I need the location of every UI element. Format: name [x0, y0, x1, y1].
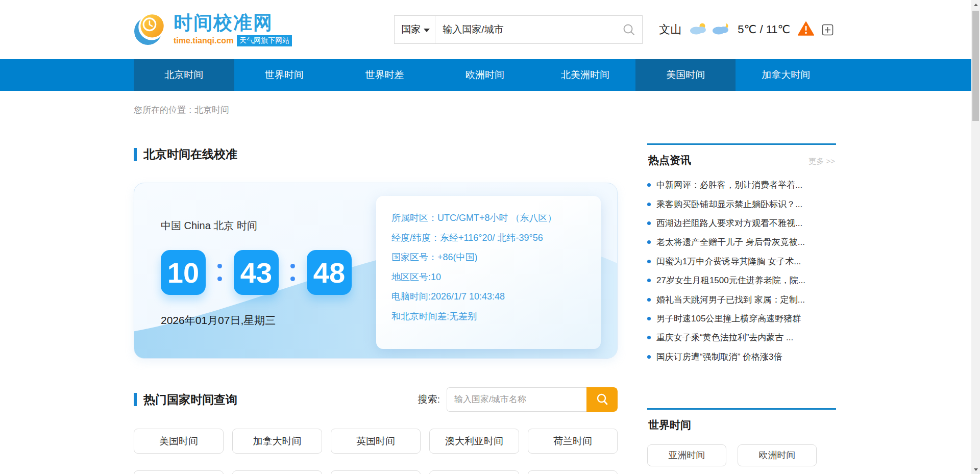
search-label: 搜索: — [418, 393, 440, 406]
clock-seconds: 48 — [307, 250, 352, 295]
search-input[interactable] — [435, 16, 622, 43]
timezone-info-line: 所属时区：UTC/GMT+8小时 （东八区） — [391, 208, 585, 228]
country-time-button[interactable]: 韩国时间 — [429, 470, 519, 474]
scrollbar-thumb[interactable] — [972, 11, 979, 121]
timezone-info-line: 经度/纬度：东经+116°20/ 北纬-39°56 — [391, 228, 585, 248]
country-time-button[interactable]: 英国时间 — [331, 429, 421, 454]
digital-clock: 10 43 48 — [161, 250, 352, 295]
world-time-buttons: 亚洲时间欧洲时间 — [647, 444, 836, 466]
hot-countries-title: 热门国家时间查询 — [143, 392, 237, 408]
news-item[interactable]: 国庆订房遭“强制取消” 价格涨3倍 — [647, 347, 836, 366]
beijing-clock-card: 中国 China 北京 时间 10 43 48 2026年01月07日,星期三 … — [134, 183, 618, 359]
weather-city: 文山 — [659, 22, 681, 37]
bullet-dot-icon — [647, 298, 651, 302]
country-search-button[interactable] — [586, 387, 618, 412]
clock-colon — [290, 264, 295, 281]
scrollbar-down-arrow[interactable] — [971, 465, 980, 474]
country-time-button[interactable]: 澳大利亚时间 — [429, 429, 519, 454]
page-title: 北京时间在线校准 — [143, 146, 237, 162]
bullet-dot-icon — [647, 183, 651, 187]
nav-item[interactable]: 加拿大时间 — [736, 59, 836, 91]
hot-countries-header: 热门国家时间查询 — [134, 392, 237, 408]
bullet-dot-icon — [647, 355, 651, 359]
nav-item[interactable]: 欧洲时间 — [435, 59, 535, 91]
clock-hours: 10 — [161, 250, 206, 295]
search-category-value: 国家 — [401, 23, 421, 36]
bullet-dot-icon — [647, 221, 651, 225]
world-time-title: 世界时间 — [648, 418, 691, 432]
section-bar — [134, 393, 137, 406]
weather-temperature: 5℃ / 11℃ — [738, 23, 790, 36]
timezone-info-line: 和北京时间差:无差别 — [391, 307, 585, 327]
search-icon — [596, 392, 609, 407]
chevron-down-icon — [424, 29, 430, 32]
search-category-select[interactable]: 国家 — [395, 16, 435, 43]
timezone-info-line: 国家区号：+86(中国) — [391, 247, 585, 267]
news-item[interactable]: 重庆女子乘“黄色法拉利”去内蒙古 ... — [647, 328, 836, 347]
bullet-dot-icon — [647, 240, 651, 244]
header: 时间校准网 time.tianqi.com 天气网旗下网站 国家 文山 — [134, 0, 836, 59]
timezone-info-line: 电脑时间:2026/1/7 10:43:48 — [391, 287, 585, 307]
clock-date: 2026年01月07日,星期三 — [161, 313, 352, 328]
cloudy-night-icon — [712, 22, 730, 37]
world-time-button[interactable]: 亚洲时间 — [647, 444, 726, 466]
news-item[interactable]: 乘客购买卧铺却显示禁止躺卧标识？... — [647, 194, 836, 213]
site-title: 时间校准网 — [174, 13, 292, 34]
logo-text: 时间校准网 time.tianqi.com 天气网旗下网站 — [174, 13, 292, 46]
news-item[interactable]: 老太将遗产全赠干儿子 身后骨灰竟被... — [647, 233, 836, 252]
nav-item[interactable]: 北京时间 — [134, 59, 234, 91]
clock-logo-icon — [134, 12, 168, 47]
news-item[interactable]: 男子时速105公里撞上横穿高速野猪群 — [647, 309, 836, 328]
bullet-dot-icon — [647, 336, 651, 339]
bullet-dot-icon — [647, 260, 651, 263]
country-search-input[interactable] — [447, 387, 586, 412]
search-icon[interactable] — [622, 23, 635, 36]
country-time-button[interactable]: 荷兰时间 — [528, 429, 618, 454]
country-time-button[interactable]: 意大利时间 — [528, 470, 618, 474]
more-link[interactable]: 更多 >> — [808, 157, 835, 166]
bullet-dot-icon — [647, 203, 651, 206]
news-item[interactable]: 闺蜜为1万中介费诱导其隆胸 女子术... — [647, 252, 836, 271]
country-time-button[interactable]: 法国时间 — [232, 470, 322, 474]
clock-section-header: 北京时间在线校准 — [134, 146, 618, 162]
header-search-box: 国家 — [394, 15, 643, 44]
country-time-button[interactable]: 德国时间 — [134, 470, 224, 474]
news-item[interactable]: 西湖边拦阻路人要求对方观看不雅视... — [647, 214, 836, 233]
country-buttons-row1: 美国时间加拿大时间英国时间澳大利亚时间荷兰时间 — [134, 429, 618, 454]
site-logo[interactable]: 时间校准网 time.tianqi.com 天气网旗下网站 — [134, 12, 292, 47]
country-search: 搜索: — [418, 387, 618, 412]
clock-location-label: 中国 China 北京 时间 — [161, 219, 352, 233]
bullet-dot-icon — [647, 317, 651, 320]
news-list: 中新网评：必胜客，别让消费者举着... 乘客购买卧铺却显示禁止躺卧标识？... … — [647, 176, 836, 366]
cloudy-day-icon — [689, 22, 707, 37]
country-time-button[interactable]: 加拿大时间 — [232, 429, 322, 454]
nav-item[interactable]: 美国时间 — [635, 59, 736, 91]
alert-triangle-icon[interactable] — [798, 21, 814, 38]
breadcrumb: 您所在的位置：北京时间 — [134, 104, 836, 116]
scrollbar[interactable] — [971, 0, 980, 474]
news-item[interactable]: 婚礼当天跳河男子已找到 家属：定制... — [647, 290, 836, 309]
section-bar — [134, 148, 137, 161]
clock-minutes: 43 — [234, 250, 279, 295]
nav-item[interactable]: 世界时差 — [334, 59, 435, 91]
news-item[interactable]: 中新网评：必胜客，别让消费者举着... — [647, 176, 836, 194]
nav-item[interactable]: 世界时间 — [234, 59, 335, 91]
hot-news-card: 热点资讯 更多 >> 中新网评：必胜客，别让消费者举着... 乘客购买卧铺却显示… — [647, 143, 836, 366]
country-buttons-row2: 德国时间法国时间日本时间韩国时间意大利时间 — [134, 470, 618, 474]
weather-widget[interactable]: 文山 5℃ / 11℃ — [659, 21, 834, 38]
news-item[interactable]: 27岁女生月租1500元住进养老院，院... — [647, 271, 836, 290]
clock-colon — [217, 264, 222, 281]
main-nav: 北京时间世界时间世界时差欧洲时间北美洲时间美国时间加拿大时间 — [0, 59, 980, 91]
timezone-info-panel: 所属时区：UTC/GMT+8小时 （东八区）经度/纬度：东经+116°20/ 北… — [376, 196, 601, 349]
country-time-button[interactable]: 美国时间 — [134, 429, 224, 454]
scrollbar-up-arrow[interactable] — [971, 0, 980, 9]
bullet-dot-icon — [647, 279, 651, 282]
site-badge: 天气网旗下网站 — [237, 35, 292, 46]
add-plus-icon[interactable] — [822, 24, 834, 36]
world-time-button[interactable]: 欧洲时间 — [738, 444, 817, 466]
hot-news-title: 热点资讯 — [648, 153, 691, 167]
timezone-info-line: 地区区号:10 — [391, 267, 585, 287]
site-domain: time.tianqi.com — [174, 36, 233, 45]
nav-item[interactable]: 北美洲时间 — [535, 59, 635, 91]
country-time-button[interactable]: 日本时间 — [331, 470, 421, 474]
